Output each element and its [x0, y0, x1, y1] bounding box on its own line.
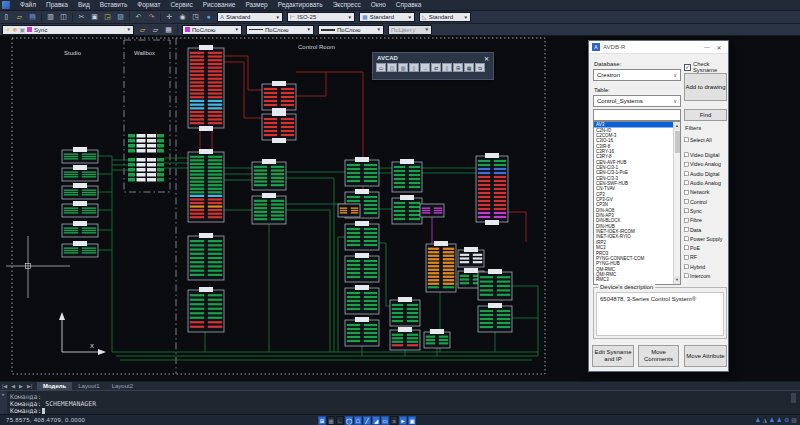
avdb-panel-titlebar[interactable]: A AVDB-R — ✕	[589, 41, 728, 54]
clean-screen-icon[interactable]: ▨	[791, 416, 797, 425]
open-button[interactable]: ▱	[13, 12, 26, 22]
menu-item-сервис[interactable]: Сервис	[165, 0, 197, 10]
lineweight-combo[interactable]: ПоСлою ▼	[318, 25, 384, 35]
menu-item-справка[interactable]: Справка	[391, 0, 427, 10]
filter-checkbox-poe[interactable]: PoE	[684, 243, 728, 252]
annotation-toggle[interactable]: ▣	[408, 416, 416, 425]
save-button[interactable]: ▤	[26, 12, 39, 22]
tab-last-icon[interactable]: ▶|	[25, 383, 34, 389]
add-to-drawing-button[interactable]: Add to drawing	[684, 73, 727, 101]
mleader-style-combo[interactable]: ◺ Standard ▼	[419, 12, 471, 22]
menu-item-редактировать[interactable]: Редактировать	[273, 0, 328, 10]
pan-button[interactable]: ✛	[163, 12, 176, 22]
menu-item-вставить[interactable]: Вставить	[95, 0, 133, 10]
avcad-tool-10-button[interactable]: ⇆	[475, 63, 485, 72]
minimize-icon[interactable]: —	[701, 44, 713, 50]
cut-button[interactable]: ✂	[75, 12, 88, 22]
ortho-toggle[interactable]: ∟	[336, 416, 344, 425]
filter-checkbox-network[interactable]: Network	[684, 187, 728, 196]
dim-style-combo[interactable]: ⊢ ISO-25 ▼	[287, 12, 355, 22]
scroll-down-icon[interactable]: ▼	[674, 276, 680, 284]
search-input[interactable]	[593, 109, 681, 121]
copy-button[interactable]: ▣	[88, 12, 101, 22]
lineweight-toggle[interactable]: ≡	[390, 416, 398, 425]
snap-toggle[interactable]: ⊞	[318, 416, 326, 425]
scroll-thumb[interactable]	[675, 131, 680, 153]
find-button[interactable]: Find	[684, 109, 727, 121]
filter-checkbox-select-all[interactable]: Select All	[684, 135, 728, 144]
redo-button[interactable]: ↷	[145, 12, 158, 22]
paste-button[interactable]: ◲	[101, 12, 114, 22]
color-combo[interactable]: ПоСлою ▼	[182, 25, 242, 35]
plot-preview-button[interactable]: ◫	[57, 12, 70, 22]
plot-button[interactable]: ▥	[44, 12, 57, 22]
list-item[interactable]: RMC3	[594, 277, 680, 282]
database-select[interactable]: Crestron ∨	[593, 69, 681, 81]
render-sphere-button[interactable]: ●	[202, 12, 215, 22]
command-window[interactable]: ▸ Команда:Команда: SCHEMEMANAGERКоманда:	[0, 390, 800, 414]
annotation-scale-icon[interactable]: ◮	[763, 416, 768, 425]
plotstyle-combo[interactable]: ПоЦвету ▼	[388, 25, 432, 35]
menu-item-рисование[interactable]: Рисование	[198, 0, 241, 10]
tab-next-icon[interactable]: ▶	[17, 383, 25, 389]
tab-prev-icon[interactable]: ◀	[9, 383, 17, 389]
menu-item-формат[interactable]: Формат	[132, 0, 165, 10]
polar-toggle[interactable]: ◯	[345, 416, 353, 425]
avcad-tool-5-button[interactable]: →	[420, 63, 430, 72]
device-list[interactable]: AV3C2N-IOC2COM-3C3IO-16C3IR-8C3RY-16C3RY…	[593, 121, 681, 285]
avcad-tool-1-button[interactable]: ▭	[376, 63, 386, 72]
match-properties-button[interactable]: ▨	[114, 12, 127, 22]
settings-gear-icon[interactable]: ⚙	[784, 416, 789, 425]
filter-checkbox-audio-digital[interactable]: Audio Digital	[684, 169, 728, 178]
command-scrollbar[interactable]	[791, 393, 796, 403]
avcad-toolbar-title[interactable]: AVCAD ✕	[373, 53, 493, 63]
avcad-tool-2-button[interactable]: ◫	[387, 63, 397, 72]
avcad-tool-3-button[interactable]: ▥	[398, 63, 408, 72]
avcad-tool-4-button[interactable]: ▯	[409, 63, 419, 72]
menu-item-вид[interactable]: Вид	[73, 0, 95, 10]
otrack-toggle[interactable]: ╱	[363, 416, 371, 425]
table-style-combo[interactable]: ▦ Standard ▼	[359, 12, 415, 22]
check-sysname-checkbox[interactable]: ✓ Check Sysname	[684, 61, 728, 73]
grid-toggle[interactable]: ▦	[327, 416, 335, 425]
annotation-visibility-icon[interactable]: ♟	[769, 416, 774, 425]
undo-button[interactable]: ↶	[132, 12, 145, 22]
layer-isolate-button[interactable]: ▦	[162, 25, 175, 35]
layer-previous-button[interactable]: ▱	[149, 25, 162, 35]
menu-item-окно[interactable]: Окно	[366, 0, 391, 10]
dynamic-ucs-toggle[interactable]: ◢	[372, 416, 380, 425]
filter-checkbox-data[interactable]: Data	[684, 225, 728, 234]
scroll-up-icon[interactable]: ▲	[674, 122, 680, 130]
filter-checkbox-rf[interactable]: RF	[684, 253, 728, 262]
filter-checkbox-sync[interactable]: Sync	[684, 206, 728, 215]
drawing-canvas[interactable]: StudioWallboxControl RoomX AVCAD ✕ ▭◫▥▯→…	[0, 36, 800, 381]
avcad-tool-7-button[interactable]: ▯	[442, 63, 452, 72]
close-icon[interactable]: ✕	[713, 44, 725, 51]
filter-checkbox-power-supply[interactable]: Power Supply	[684, 234, 728, 243]
filter-checkbox-fibre[interactable]: Fibre	[684, 215, 728, 224]
layer-states-button[interactable]: ▱	[136, 25, 149, 35]
avcad-tool-6-button[interactable]: ⇄	[431, 63, 441, 72]
menu-item-размер[interactable]: Размер	[240, 0, 272, 10]
avcad-tool-9-button[interactable]: ▦	[464, 63, 474, 72]
tab-first-icon[interactable]: |◀	[0, 383, 9, 389]
filter-checkbox-video-digital[interactable]: Video Digital	[684, 150, 728, 159]
filter-checkbox-video-analog[interactable]: Video Analog	[684, 160, 728, 169]
filter-checkbox-intercom[interactable]: Intercom	[684, 271, 728, 280]
close-icon[interactable]: ✕	[484, 55, 489, 62]
zoom-realtime-button[interactable]: ◉	[176, 12, 189, 22]
edit-sysname-button[interactable]: Edit Sysname and IP	[592, 345, 634, 367]
annotation-autoscale-icon[interactable]: ♟	[777, 416, 782, 425]
layer-combo[interactable]: ☀ ❄ ▣ Sync ▼	[2, 25, 134, 35]
osnap-toggle[interactable]: □	[354, 416, 362, 425]
filter-checkbox-audio-analog[interactable]: Audio Analog	[684, 178, 728, 187]
avcad-tool-8-button[interactable]: ⊞	[453, 63, 463, 72]
menu-item-экспресс[interactable]: Экспресс	[328, 0, 366, 10]
move-comments-button[interactable]: Move Comments	[638, 345, 679, 367]
selection-cycling-toggle[interactable]: ►	[399, 416, 407, 425]
linetype-combo[interactable]: ПоСлою ▼	[246, 25, 314, 35]
app-logo-icon[interactable]	[2, 1, 10, 9]
move-attribute-button[interactable]: Move Attribute	[684, 345, 727, 367]
zoom-window-button[interactable]: ◳	[189, 12, 202, 22]
menu-item-файл[interactable]: Файл	[15, 0, 41, 10]
